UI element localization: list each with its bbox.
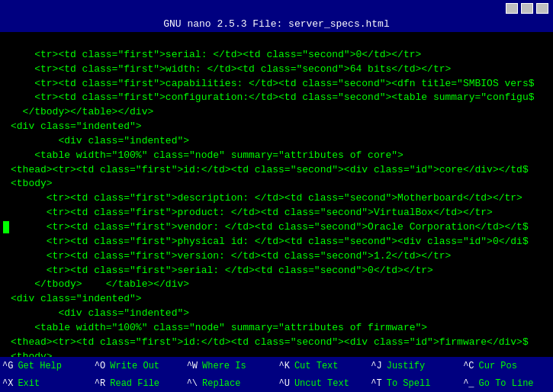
line-text: <div class="indented"> [11,307,189,319]
line-text: <table width="100%" class="node" summary… [11,322,427,333]
line-text: <div class="indented"> [11,293,142,304]
editor-line: </tbody></table></div> [3,105,550,120]
footer-key-label: ^O [92,361,108,371]
footer-item: ^X Exit [0,374,92,392]
editor-line: <tr><td class="first">vendor: </td><td c… [3,220,550,235]
line-text: <div class="indented"> [11,120,142,132]
line-text: <tr><td class="first">serial: </td><td c… [11,265,433,276]
editor-line: <tr><td class="first">description: </td>… [3,191,550,206]
footer-key-label: ^R [92,378,108,389]
editor-line: <tr><td class="first">configuration:</td… [3,91,550,105]
cursor-marker [3,221,9,233]
editor-line: <tr><td class="first">version: </td><td … [3,249,550,264]
line-text: <tr><td class="first">configuration:</td… [11,92,535,103]
editor-line: <tr><td class="first">width: </td><td cl… [3,63,550,77]
editor-line: <tr><td class="first">serial: </td><td c… [3,48,550,63]
editor-line: <table width="100%" class="node" summary… [3,149,550,163]
editor-area[interactable]: <tr><td class="first">serial: </td><td c… [0,32,553,357]
line-text: <tr><td class="first">physical id: </td>… [11,236,529,247]
footer-item: ^C Cur Pos [461,357,553,374]
line-text: <tr><td class="first">description: </td>… [11,192,522,204]
footer-row: ^G Get Help^O Write Out^W Where Is^K Cut… [0,357,553,374]
line-text: <thead><tr><td class="first">id:</td><td… [11,164,529,175]
line-text: <tbody> [11,351,53,357]
editor-line: <thead><tr><td class="first">id:</td><td… [3,163,550,178]
footer-key-label: ^K [276,361,291,371]
footer-desc-label: Write Out [108,361,162,371]
editor-line: <tr><td class="first">physical id: </td>… [3,235,550,249]
line-text: <table width="100%" class="node" summary… [11,149,403,161]
footer-item: ^R Read File [92,374,185,392]
line-text: <tr><td class="first">vendor: </td><td c… [11,221,529,233]
footer: ^G Get Help^O Write Out^W Where Is^K Cut… [0,357,553,392]
footer-desc-label: Read File [108,378,162,389]
footer-desc-label: Cur Pos [477,361,519,371]
footer-item: ^U Uncut Text [276,374,368,392]
footer-item: ^T To Spell [368,374,461,392]
minimize-button[interactable] [506,3,518,14]
footer-item: ^J Justify [368,357,461,374]
footer-desc-label: Uncut Text [292,378,352,389]
footer-desc-label: Go To Line [477,378,536,389]
line-text: </tbody></table></div> [11,106,153,117]
line-text: <tr><td class="first">width: </td><td cl… [11,63,451,75]
editor-line: <tbody> [3,350,550,357]
close-button[interactable] [536,3,548,14]
footer-desc-label: To Spell [384,378,433,389]
editor-line: </tbody> </table></div> [3,278,550,292]
line-text: <tr><td class="first">product: </td><td … [11,207,493,218]
nano-header: GNU nano 2.5.3 File: server_specs.html [0,17,553,32]
maximize-button[interactable] [521,3,533,14]
title-bar-controls [506,3,548,14]
footer-key-label: ^U [276,378,291,389]
footer-desc-label: Get Help [15,361,64,371]
footer-key-label: ^T [368,378,384,389]
line-text: <tr><td class="first">capabilities: </td… [11,78,535,89]
editor-line: <div class="indented"> [3,134,550,149]
footer-item: ^G Get Help [0,357,92,374]
nano-filename: File: server_specs.html [252,18,389,30]
editor-line: <tbody> [3,177,550,191]
editor-line: <div class="indented"> [3,307,550,321]
footer-desc-label: Justify [384,361,427,371]
footer-desc-label: Exit [15,378,42,389]
footer-key-label: ^C [461,361,476,371]
footer-key-label: ^W [185,361,200,371]
editor-line: <table width="100%" class="node" summary… [3,321,550,336]
editor-line: <tr><td class="first">product: </td><td … [3,206,550,220]
footer-item: ^K Cut Text [276,357,368,374]
footer-item: ^\ Replace [185,374,277,392]
line-text: <thead><tr><td class="first">id:</td><td… [11,336,529,348]
editor-line: <thead><tr><td class="first">id:</td><td… [3,336,550,350]
footer-key-label: ^_ [461,378,476,389]
footer-desc-label: Where Is [200,361,249,371]
footer-key-label: ^\ [185,378,200,389]
line-text: <tbody> [11,178,53,189]
footer-key-label: ^G [0,361,15,371]
footer-key-label: ^X [0,378,15,389]
editor-line: <div class="indented"> [3,292,550,307]
footer-key-label: ^J [368,361,384,371]
editor-line: <tr><td class="first">serial: </td><td c… [3,264,550,278]
footer-row: ^X Exit^R Read File^\ Replace^U Uncut Te… [0,374,553,392]
title-bar [0,0,553,17]
editor-line: <tr><td class="first">capabilities: </td… [3,77,550,92]
line-text: <tr><td class="first">serial: </td><td c… [11,49,421,60]
footer-item: ^O Write Out [92,357,185,374]
line-text: <tr><td class="first">version: </td><td … [11,250,451,262]
line-text: <div class="indented"> [11,135,189,146]
footer-desc-label: Replace [200,378,243,389]
nano-version: GNU nano 2.5.3 [163,18,246,30]
line-text: </tbody> </table></div> [11,278,189,290]
editor-line: <div class="indented"> [3,120,550,134]
footer-item: ^_ Go To Line [461,374,553,392]
footer-item: ^W Where Is [185,357,277,374]
footer-desc-label: Cut Text [292,361,341,371]
